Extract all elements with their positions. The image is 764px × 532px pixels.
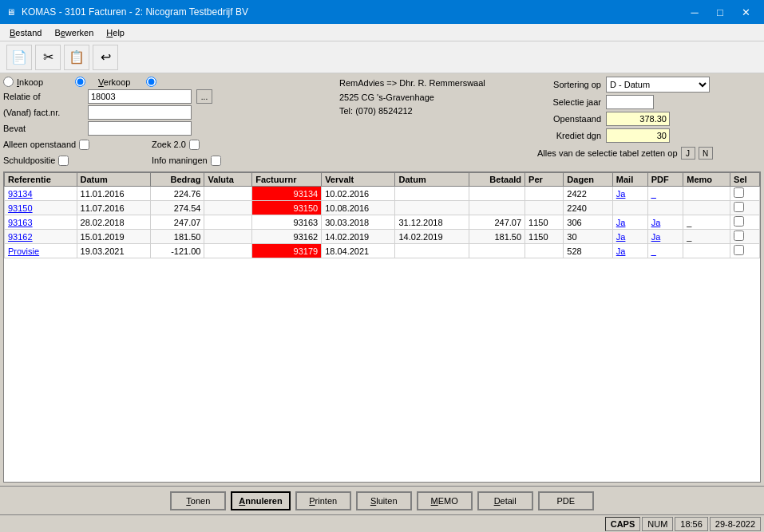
date-display: 29-8-2022	[710, 517, 761, 531]
selection-n-button[interactable]: N	[699, 147, 713, 160]
cell-mail[interactable]: Ja	[612, 187, 647, 201]
menu-bestand[interactable]: Bestand	[3, 26, 48, 39]
col-dagen: Dagen	[564, 173, 612, 187]
sel-checkbox[interactable]	[734, 187, 744, 198]
status-bar: CAPS NUM 18:56 29-8-2022	[0, 514, 764, 532]
krediet-dgn-label: Krediet dgn	[537, 131, 601, 140]
toolbar-paste-button[interactable]: 📋	[64, 45, 89, 70]
toolbar-cut-button[interactable]: ✂	[35, 45, 61, 70]
cell-factuurnr: 93179	[252, 244, 322, 258]
maximize-button[interactable]: □	[708, 2, 732, 22]
inkoop-radio[interactable]	[3, 77, 14, 87]
cell-datum2: 14.02.2019	[395, 230, 469, 244]
col-datum2: Datum	[395, 173, 469, 187]
cell-datum2	[395, 187, 469, 201]
menu-bar: Bestand Bewerken Help	[0, 24, 764, 41]
openstaand-row: Openstaand	[537, 112, 761, 126]
bevat-input[interactable]	[88, 121, 192, 136]
toolbar-back-button[interactable]: ↩	[93, 45, 118, 70]
cell-referentie[interactable]: 93162	[5, 230, 77, 244]
cell-referentie[interactable]: 93150	[5, 201, 77, 215]
col-mail: Mail	[612, 173, 647, 187]
cell-bedrag: 181.50	[150, 230, 204, 244]
cell-pdf[interactable]: _	[647, 244, 683, 258]
schuldpositie-checkbox[interactable]	[58, 156, 69, 166]
cell-sel[interactable]	[730, 201, 760, 215]
radio-inkoop[interactable]: Inkoop	[3, 77, 43, 87]
schuld-row: Schuldpositie Info maningen	[3, 152, 325, 168]
table-row: 93163 28.02.2018 247.07 93163 30.03.2018…	[5, 215, 760, 230]
sluiten-button[interactable]: Sluiten	[356, 491, 412, 510]
cell-pdf[interactable]: Ja	[647, 215, 683, 230]
clipboard-icon: 📋	[69, 49, 85, 65]
printen-button[interactable]: Printen	[295, 491, 351, 510]
vanaf-fact-row: (Vanaf) fact.nr.	[3, 104, 325, 120]
cell-vervalt: 10.08.2016	[322, 201, 395, 215]
col-betaald: Betaald	[469, 173, 525, 187]
sel-checkbox[interactable]	[734, 216, 744, 227]
openstaand-value	[606, 112, 670, 126]
cell-pdf	[647, 201, 683, 215]
sel-checkbox[interactable]	[734, 245, 744, 255]
cell-sel[interactable]	[730, 215, 760, 230]
back-icon: ↩	[101, 49, 111, 65]
verkoop2-radio[interactable]	[146, 77, 156, 87]
cell-referentie[interactable]: 93134	[5, 187, 77, 201]
annuleren-button[interactable]: Annuleren	[231, 491, 290, 510]
contact-line1: RemAdvies => Dhr. R. Remmerswaal	[339, 77, 531, 91]
form-section: Inkoop Verkoop Relatie of ... (Vanaf) fa…	[3, 77, 325, 168]
cell-pdf[interactable]: Ja	[647, 230, 683, 244]
cell-mail[interactable]: Ja	[612, 244, 647, 258]
cell-vervalt: 30.03.2018	[322, 215, 395, 230]
sel-checkbox[interactable]	[734, 231, 744, 241]
menu-bewerken[interactable]: Bewerken	[48, 26, 100, 39]
cell-betaald	[469, 187, 525, 201]
selectie-jaar-input[interactable]	[606, 95, 654, 109]
cell-sel[interactable]	[730, 230, 760, 244]
col-memo: Memo	[683, 173, 730, 187]
table-container: Referentie Datum Bedrag Valuta Factuurnr…	[3, 171, 761, 483]
cell-sel[interactable]	[730, 244, 760, 258]
cell-factuurnr: 93134	[252, 187, 322, 201]
contact-line2: 2525 CG 's-Gravenhage	[339, 91, 531, 105]
sortering-select[interactable]: D - Datum	[606, 77, 710, 93]
memo-button[interactable]: MEMO	[417, 491, 473, 510]
cell-bedrag: -121.00	[150, 244, 204, 258]
table-row: 93150 11.07.2016 274.54 93150 10.08.2016…	[5, 201, 760, 215]
cell-valuta	[204, 244, 252, 258]
zoek-checkbox[interactable]	[189, 140, 200, 150]
tonen-button[interactable]: Tonen	[170, 491, 226, 510]
cell-per	[525, 244, 564, 258]
cell-referentie[interactable]: Provisie	[5, 244, 77, 258]
minimize-button[interactable]: ─	[683, 2, 707, 22]
selection-j-button[interactable]: J	[681, 147, 695, 160]
cell-pdf[interactable]: _	[647, 187, 683, 201]
contact-line3: Tel: (070) 8524212	[339, 104, 531, 119]
pde-button[interactable]: PDE	[538, 491, 594, 510]
close-button[interactable]: ✕	[734, 2, 758, 22]
sel-checkbox[interactable]	[734, 202, 744, 212]
cell-datum: 15.01.2019	[77, 230, 150, 244]
table-row: 93162 15.01.2019 181.50 93162 14.02.2019…	[5, 230, 760, 244]
detail-button[interactable]: Detail	[477, 491, 533, 510]
cell-mail[interactable]: Ja	[612, 215, 647, 230]
relatie-input[interactable]	[88, 89, 192, 104]
menu-help[interactable]: Help	[100, 26, 131, 39]
cell-referentie[interactable]: 93163	[5, 215, 77, 230]
relatie-browse-button[interactable]: ...	[196, 89, 212, 104]
radio-row: Inkoop Verkoop	[3, 77, 325, 87]
bevat-row: Bevat	[3, 120, 325, 136]
schuldpositie-label: Schuldpositie	[3, 156, 55, 165]
alleen-openstaand-checkbox[interactable]	[79, 140, 89, 150]
toolbar: 📄 ✂ 📋 ↩	[0, 41, 764, 73]
inkoop-label: Inkoop	[17, 77, 43, 87]
sortering-label: Sortering op	[537, 80, 601, 89]
info-maningen-checkbox[interactable]	[211, 156, 221, 166]
cell-per: 1150	[525, 215, 564, 230]
cell-per: 1150	[525, 230, 564, 244]
cell-sel[interactable]	[730, 187, 760, 201]
toolbar-new-button[interactable]: 📄	[6, 45, 32, 70]
verkoop-radio[interactable]	[75, 77, 85, 87]
cell-mail[interactable]: Ja	[612, 230, 647, 244]
vanaf-fact-input[interactable]	[88, 105, 192, 120]
